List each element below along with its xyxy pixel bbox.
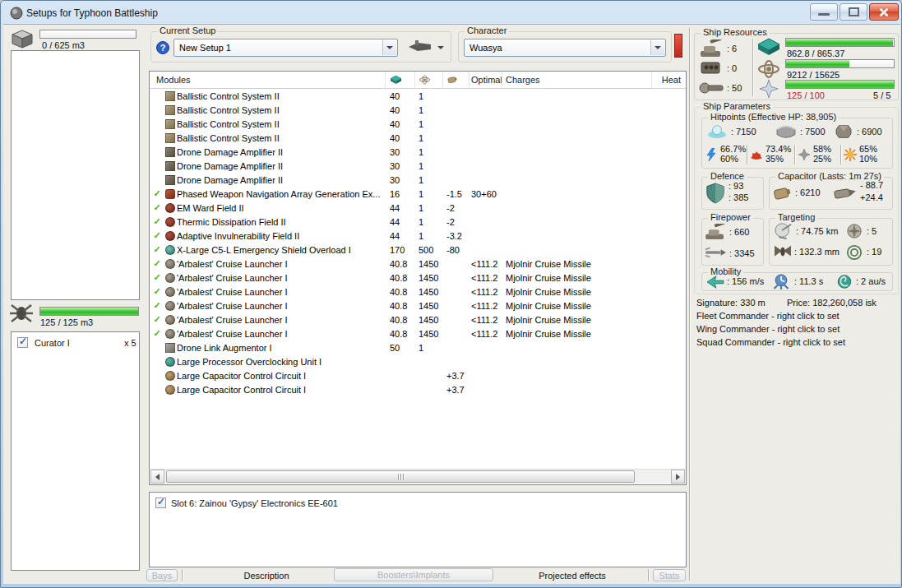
scroll-right-button[interactable] [671, 470, 685, 484]
squad-commander-label[interactable]: Squad Commander - right click to set [696, 337, 845, 347]
drone-name: Curator I [35, 338, 70, 348]
module-row[interactable]: ✓ 'Arbalest' Cruise Launcher I 40.8 1450… [150, 271, 685, 285]
powergrid-column-header[interactable] [414, 72, 442, 88]
module-row[interactable]: Ballistic Control System II 40 1 [150, 131, 685, 145]
rig-calibration-value: : 50 [727, 83, 742, 93]
module-cpu: 30 [386, 161, 415, 171]
description-tab[interactable]: Description [201, 571, 332, 581]
module-icon [165, 175, 175, 185]
module-row[interactable]: ✓ 'Arbalest' Cruise Launcher I 40.8 1450… [150, 285, 685, 299]
module-icon [165, 133, 175, 143]
module-row[interactable]: Ballistic Control System II 40 1 [150, 89, 685, 103]
module-row[interactable]: ✓ 'Arbalest' Cruise Launcher I 40.8 1450… [150, 299, 685, 313]
module-row[interactable]: ✓ EM Ward Field II 44 1 -2 [150, 201, 685, 215]
module-icon [165, 189, 175, 199]
module-cpu: 44 [386, 203, 415, 213]
projected-effects-tab[interactable]: Projected effects [507, 571, 638, 581]
module-row[interactable]: ✓ X-Large C5-L Emergency Shield Overload… [150, 243, 685, 257]
module-powergrid: 1450 [415, 259, 443, 269]
module-row[interactable]: ✓ 'Arbalest' Cruise Launcher I 40.8 1450… [150, 313, 685, 326]
module-icon [165, 217, 175, 227]
fitted-check-icon: ✓ [150, 314, 164, 325]
hull-hp-value: : 6900 [857, 127, 882, 137]
implant-checkbox[interactable] [155, 498, 166, 508]
drone-list-item[interactable]: Curator I x 5 [12, 336, 139, 351]
help-icon[interactable] [156, 41, 169, 54]
module-row[interactable]: Large Processor Overclocking Unit I [150, 354, 685, 368]
close-button[interactable] [869, 3, 899, 21]
hitpoints-group: Hitpoints (Effective HP: 38,905) : 7150 … [701, 118, 893, 169]
scrollbar-track[interactable] [164, 470, 671, 484]
setup-select[interactable]: New Setup 1 [173, 39, 398, 57]
titlebar[interactable]: Setups for Typhoon Battleship [3, 2, 899, 24]
em-resist-icon [705, 148, 718, 161]
module-icon [165, 343, 175, 353]
module-name: Adaptive Invulnerability Field II [177, 231, 386, 241]
drone-list[interactable]: Curator I x 5 [11, 331, 140, 571]
character-select[interactable]: Wuasya [464, 39, 666, 57]
module-row[interactable]: Drone Link Augmentor I 50 1 [150, 340, 685, 354]
module-row[interactable]: ✓ Phased Weapon Navigation Array Generat… [150, 187, 685, 201]
divider [648, 569, 650, 581]
divider [182, 569, 183, 581]
client-area: 0 / 625 m3 125 / 125 m3 Curator I x 5 Cu… [3, 24, 900, 584]
module-row[interactable]: ✓ Adaptive Invulnerability Field II 44 1… [150, 229, 685, 243]
module-icon [165, 119, 175, 129]
module-cap-use: -1.5 [443, 189, 470, 199]
bays-button[interactable]: Bays [146, 569, 178, 581]
restore-button[interactable] [840, 3, 867, 21]
cargo-list[interactable] [11, 50, 140, 300]
module-row[interactable]: Drone Damage Amplifier II 30 1 [150, 159, 685, 173]
modules-column-header[interactable]: Modules [150, 72, 385, 88]
wing-commander-label[interactable]: Wing Commander - right click to set [696, 324, 840, 334]
optimal-column-header[interactable]: Optimal [469, 72, 502, 88]
module-name: Ballistic Control System II [177, 133, 386, 143]
hull-hp-icon [834, 124, 853, 139]
module-row[interactable]: Drone Damage Amplifier II 30 1 [150, 145, 685, 159]
module-cpu: 40 [386, 119, 415, 129]
chevron-down-icon[interactable] [382, 40, 396, 55]
launcher-hardpoints-value: : 0 [727, 63, 737, 73]
calibration-icon [757, 79, 780, 99]
scroll-left-button[interactable] [150, 470, 164, 484]
module-name: Large Processor Overclocking Unit I [177, 357, 386, 367]
heat-column-header[interactable]: Heat [651, 72, 686, 88]
module-row[interactable]: ✓ Thermic Dissipation Field II 44 1 -2 [150, 215, 685, 229]
module-cpu: 170 [386, 245, 415, 255]
module-name: 'Arbalest' Cruise Launcher I [177, 273, 386, 283]
fleet-commander-label[interactable]: Fleet Commander - right click to set [696, 311, 840, 321]
ship-menu-icon[interactable] [408, 39, 432, 54]
capacitor-column-header[interactable] [442, 72, 469, 88]
capacitor-amount: : 6210 [795, 188, 821, 197]
charges-column-header[interactable]: Charges [502, 72, 651, 88]
module-row[interactable]: Large Capacitor Control Circuit I +3.7 [150, 368, 685, 382]
ship-menu-chevron-icon[interactable] [437, 46, 444, 49]
defence-group: Defence : 93 : 385 [701, 177, 764, 210]
module-icon [165, 245, 175, 255]
module-row[interactable]: Ballistic Control System II 40 1 [150, 117, 685, 131]
module-row[interactable]: ✓ 'Arbalest' Cruise Launcher I 40.8 1450… [150, 326, 685, 340]
module-powergrid: 1 [415, 217, 443, 227]
module-powergrid: 1 [415, 343, 443, 353]
module-row[interactable]: Ballistic Control System II 40 1 [150, 103, 685, 117]
scrollbar-thumb[interactable] [166, 470, 635, 483]
boosters-implants-button[interactable]: Boosters\Implants [334, 568, 493, 581]
calibration-bar [785, 80, 895, 89]
module-optimal: <111.2 [470, 329, 502, 339]
minimize-button[interactable] [810, 3, 838, 21]
module-row[interactable]: ✓ 'Arbalest' Cruise Launcher I 40.8 1450… [150, 257, 685, 271]
turret-dps-icon [704, 224, 727, 240]
chevron-down-icon[interactable] [650, 40, 664, 55]
character-group: Character Wuasya [458, 31, 672, 63]
capacitor-boost: +24.4 [860, 192, 883, 202]
module-row[interactable]: Drone Damage Amplifier II 30 1 [150, 173, 685, 187]
implant-row[interactable]: Slot 6: Zainou 'Gypsy' Electronics EE-60… [150, 497, 686, 512]
module-row[interactable]: Large Capacitor Control Circuit I +3.7 [150, 382, 685, 396]
stats-button[interactable]: Stats [653, 569, 686, 581]
drone-checkbox[interactable] [17, 337, 28, 348]
turret-dps-value: : 660 [729, 227, 749, 237]
modules-list: Ballistic Control System II 40 1 Ballist… [150, 89, 685, 469]
horizontal-scrollbar[interactable] [150, 469, 685, 484]
module-icon [165, 91, 175, 101]
cpu-column-header[interactable] [385, 72, 414, 88]
